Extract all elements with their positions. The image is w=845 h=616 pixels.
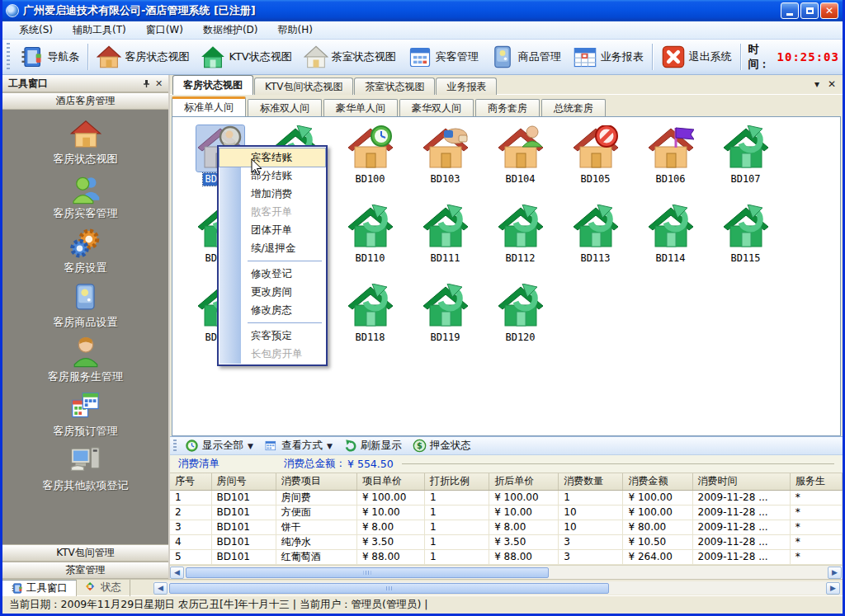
minimize-button[interactable]	[781, 2, 799, 19]
room-type-tab-3[interactable]: 豪华双人间	[399, 99, 474, 116]
table-hscrollbar[interactable]: ◀ ▶	[170, 565, 843, 579]
sidebar-group-tea[interactable]: 茶室管理	[2, 562, 168, 579]
dropdown-arrow-icon[interactable]: ▼	[327, 442, 333, 450]
menu-item-0[interactable]: 系统(S)	[9, 21, 63, 39]
tool-window-close-icon[interactable]: ✕	[153, 78, 165, 90]
toolbar-button-5[interactable]: 商品管理	[484, 43, 567, 71]
toolbar-button-4[interactable]: 宾客管理	[402, 43, 484, 71]
sidebar-group-hotel-rooms[interactable]: 酒店客房管理	[2, 92, 168, 110]
table-row-1[interactable]: 2BD101方便面¥ 10.001¥ 10.0010¥ 100.002009-1…	[170, 505, 843, 520]
context-menu-item-1[interactable]: 部分结账	[220, 167, 325, 185]
room-BD106[interactable]: BD106	[633, 125, 708, 205]
context-menu-item-8[interactable]: 更改房间	[220, 283, 325, 301]
context-menu-item-11[interactable]: 宾客预定	[220, 327, 325, 345]
table-cell: 3	[559, 534, 623, 549]
dock-tab-1[interactable]: 状态	[77, 580, 130, 596]
room-BD113[interactable]: BD113	[558, 205, 633, 284]
room-BD100[interactable]: BD100	[333, 125, 408, 205]
room-BD120[interactable]: BD120	[483, 284, 558, 363]
sidebar-item-0[interactable]: 客房状态视图	[16, 118, 156, 167]
close-button[interactable]: ✕	[820, 2, 838, 19]
menu-item-1[interactable]: 辅助工具(T)	[63, 21, 136, 39]
view-toolbar-button-1[interactable]: 查看方式▼	[260, 438, 339, 454]
sidebar-item-6[interactable]: 客房其他款项登记	[16, 444, 156, 493]
room-BD103[interactable]: BD103	[408, 125, 483, 205]
room-BD104[interactable]: BD104	[483, 125, 558, 205]
toolbar-button-7[interactable]: 退出系统	[655, 43, 738, 71]
tab-1[interactable]: KTV包间状态视图	[254, 78, 353, 95]
column-header-6[interactable]: 消费数量	[559, 473, 623, 490]
room-type-tab-0[interactable]: 标准单人间	[172, 96, 246, 116]
sidebar-item-3[interactable]: 客房商品设置	[16, 281, 156, 330]
view-toolbar-button-2[interactable]: 刷新显示	[339, 438, 408, 454]
sidebar-item-5[interactable]: 客房预订管理	[16, 390, 156, 439]
pin-icon[interactable]	[140, 78, 153, 90]
room-type-tab-1[interactable]: 标准双人间	[248, 99, 322, 116]
room-type-tab-5[interactable]: 总统套房	[541, 99, 606, 116]
view-toolbar-button-0[interactable]: 显示全部▼	[181, 438, 260, 454]
column-header-1[interactable]: 房间号	[211, 473, 276, 490]
room-type-tab-4[interactable]: 商务套房	[475, 99, 540, 116]
column-header-8[interactable]: 消费时间	[692, 473, 790, 490]
menu-item-4[interactable]: 帮助(H)	[268, 21, 323, 39]
context-menu-item-5[interactable]: 续/退押金	[220, 239, 325, 257]
context-menu-item-0[interactable]: 宾客结账	[220, 148, 325, 167]
column-header-3[interactable]: 项目单价	[356, 473, 424, 490]
room-BD118[interactable]: BD118	[333, 284, 408, 363]
context-menu-item-2[interactable]: 增加消费	[220, 185, 325, 203]
toolbar-grip[interactable]	[7, 43, 10, 71]
toolbar-button-3[interactable]: 茶室状态视图	[298, 43, 402, 71]
context-menu-item-9[interactable]: 修改房态	[220, 301, 325, 319]
toolbar-button-1[interactable]: 客房状态视图	[91, 43, 195, 71]
dropdown-arrow-icon[interactable]: ▼	[248, 442, 253, 450]
tab-3[interactable]: 业务报表	[436, 78, 497, 95]
table-row-2[interactable]: 3BD101饼干¥ 8.001¥ 8.0010¥ 80.002009-11-28…	[170, 520, 843, 534]
room-BD112[interactable]: BD112	[483, 205, 558, 284]
column-header-4[interactable]: 打折比例	[425, 473, 489, 490]
tab-list-dropdown-icon[interactable]: ▾	[814, 78, 819, 90]
sidebar-group-ktv[interactable]: KTV包间管理	[2, 544, 168, 562]
sidebar-item-1[interactable]: 客房宾客管理	[16, 172, 156, 221]
tab-2[interactable]: 茶室状态视图	[354, 78, 435, 95]
dock-tab-0[interactable]: 工具窗口	[2, 580, 77, 596]
room-BD114[interactable]: BD114	[633, 205, 708, 284]
table-row-3[interactable]: 4BD101纯净水¥ 3.501¥ 3.503¥ 10.502009-11-28…	[170, 534, 843, 549]
main-hscrollbar-thumb[interactable]	[169, 583, 609, 594]
tab-close-icon[interactable]: ✕	[828, 78, 836, 90]
maximize-button[interactable]	[800, 2, 819, 19]
column-header-2[interactable]: 消费项目	[276, 473, 356, 490]
view-toolbar-grip[interactable]	[173, 440, 177, 453]
toolbar-button-6[interactable]: 业务报表	[567, 43, 649, 71]
main-hscrollbar[interactable]: ◀ ▶	[153, 581, 841, 595]
context-menu-item-4[interactable]: 团体开单	[220, 221, 325, 239]
room-label: BD103	[428, 173, 461, 186]
column-header-7[interactable]: 消费金额	[623, 473, 692, 490]
menu-item-3[interactable]: 数据维护(D)	[193, 21, 268, 39]
menu-item-2[interactable]: 窗口(W)	[136, 21, 193, 39]
tab-0[interactable]: 客房状态视图	[172, 75, 253, 95]
room-BD119[interactable]: BD119	[408, 284, 483, 363]
context-menu-item-7[interactable]: 修改登记	[220, 265, 325, 283]
column-header-9[interactable]: 服务生	[790, 473, 842, 490]
column-header-5[interactable]: 折后单价	[489, 473, 559, 490]
toolbar-button-0[interactable]: 导航条	[13, 43, 85, 71]
room-BD111[interactable]: BD111	[408, 205, 483, 284]
table-row-4[interactable]: 5BD101红葡萄酒¥ 88.001¥ 88.003¥ 264.002009-1…	[170, 549, 843, 564]
table-cell: BD101	[211, 520, 276, 534]
toolbar-button-2[interactable]: KTV状态视图	[195, 43, 297, 71]
scroll-left-icon[interactable]: ◀	[170, 567, 184, 579]
sidebar-item-4[interactable]: 客房服务生管理	[16, 336, 156, 384]
scroll-right-icon[interactable]: ▶	[828, 567, 842, 579]
sidebar-item-2[interactable]: 客房设置	[16, 227, 156, 275]
main-scroll-right-icon[interactable]: ▶	[826, 582, 840, 595]
table-row-0[interactable]: 1BD101房间费¥ 100.001¥ 100.001¥ 100.002009-…	[170, 490, 843, 505]
room-BD115[interactable]: BD115	[708, 205, 783, 284]
main-scroll-left-icon[interactable]: ◀	[153, 582, 168, 595]
room-BD105[interactable]: BD105	[558, 125, 633, 205]
column-header-0[interactable]: 序号	[170, 473, 211, 490]
room-type-tab-2[interactable]: 豪华单人间	[323, 99, 398, 116]
room-BD110[interactable]: BD110	[333, 205, 408, 284]
room-BD107[interactable]: BD107	[708, 125, 783, 205]
table-hscrollbar-thumb[interactable]	[186, 567, 549, 578]
view-toolbar-button-3[interactable]: $押金状态	[408, 438, 478, 454]
